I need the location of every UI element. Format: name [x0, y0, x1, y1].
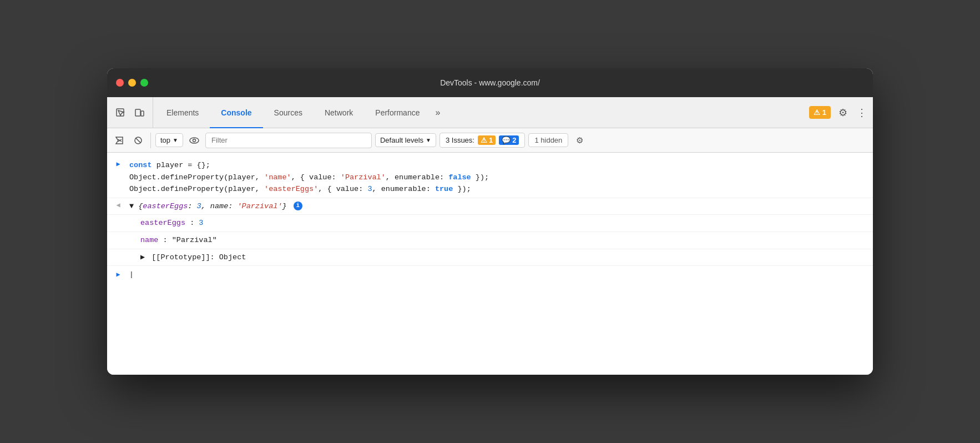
svg-point-9 — [193, 139, 195, 142]
prop-colon-2: : — [163, 236, 172, 244]
code-text-9: }); — [453, 185, 471, 193]
context-selector[interactable]: top ▼ — [155, 133, 183, 147]
key-name: name — [210, 202, 228, 210]
dropdown-arrow-icon: ▼ — [173, 137, 178, 143]
triangle-expand[interactable]: ▼ — [129, 202, 134, 210]
warn-count: 1 — [489, 136, 493, 144]
input-arrow: ▶ — [107, 158, 129, 170]
close-button[interactable] — [116, 79, 124, 87]
warning-icon: ⚠ — [814, 108, 820, 117]
brace-close: } — [282, 202, 286, 210]
clear-icon — [115, 136, 124, 145]
proto-row: ▶ [[Prototype]]: Object — [107, 249, 873, 266]
separator-1 — [150, 133, 151, 148]
proto-triangle[interactable]: ▶ — [140, 253, 145, 261]
code-text-8: , enumerable: — [372, 185, 435, 193]
device-toolbar-button[interactable] — [130, 104, 148, 122]
device-icon — [134, 108, 144, 118]
console-toolbar: top ▼ Default levels ▼ 3 Issues: ⚠ 1 💬 2 — [107, 128, 873, 153]
prop-indent-2 — [107, 233, 129, 234]
maximize-button[interactable] — [140, 79, 148, 87]
prop-key-eastereggs: easterEggs — [140, 219, 185, 227]
minimize-button[interactable] — [128, 79, 136, 87]
obj-preview: {easterEggs: 3, name: 'Parzival'} — [138, 202, 291, 210]
number-3-inline: 3 — [367, 185, 372, 193]
issues-text: 3 Issues: — [446, 136, 474, 144]
colon-1: : — [188, 202, 196, 210]
prop-name-row: name : "Parzival" — [107, 232, 873, 249]
console-settings-button[interactable]: ⚙ — [572, 133, 587, 148]
proto-indent — [107, 250, 129, 251]
more-tabs-button[interactable]: » — [431, 97, 444, 128]
toolbar-right: ⚠ 1 ⚙ ⋮ — [809, 97, 868, 128]
prop-val-parzival: "Parzival" — [172, 236, 217, 244]
inspect-element-button[interactable] — [112, 104, 129, 122]
log-levels-label: Default levels — [380, 136, 423, 144]
code-text-2: Object.defineProperty(player, — [129, 173, 264, 182]
tab-console[interactable]: Console — [210, 98, 262, 128]
console-output-row: ◀ ▼ {easterEggs: 3, name: 'Parzival'} i — [107, 198, 873, 215]
issues-panel[interactable]: 3 Issues: ⚠ 1 💬 2 — [440, 133, 526, 148]
console-input-row: ▶ const player = {}; Object.defineProper… — [107, 157, 873, 198]
tab-sources[interactable]: Sources — [263, 98, 314, 128]
log-levels-arrow-icon: ▼ — [426, 137, 431, 143]
proto-label: [[Prototype]]: Object — [151, 253, 246, 261]
stop-icon — [134, 136, 143, 145]
titlebar: DevTools - www.google.com/ — [107, 68, 873, 97]
gear-icon: ⚙ — [576, 135, 583, 145]
key-eastereggs: easterEggs — [143, 202, 188, 210]
prop-indent-1 — [107, 216, 129, 217]
prompt-cursor: | — [129, 269, 134, 281]
log-levels-selector[interactable]: Default levels ▼ — [375, 133, 436, 147]
toolbar-left — [112, 97, 153, 128]
warning-icon-2: ⚠ — [481, 136, 487, 144]
svg-point-8 — [190, 138, 199, 143]
live-expressions-button[interactable] — [186, 133, 202, 148]
issues-count: 1 — [822, 108, 826, 117]
code-text-1: player = {}; — [156, 161, 210, 169]
prohibit-button[interactable] — [130, 133, 146, 148]
info-badge: 💬 2 — [499, 135, 519, 145]
prompt-arrow: ▶ — [107, 270, 129, 280]
input-content: const player = {}; Object.defineProperty… — [129, 158, 873, 197]
filter-input[interactable] — [205, 133, 372, 148]
keyword-const: const — [129, 161, 152, 169]
settings-button[interactable]: ⚙ — [834, 104, 852, 122]
message-icon: 💬 — [502, 136, 511, 144]
proto-content: ▶ [[Prototype]]: Object — [129, 250, 873, 265]
hidden-count[interactable]: 1 hidden — [528, 133, 568, 147]
clear-console-button[interactable] — [112, 133, 127, 148]
keyword-true: true — [435, 185, 453, 193]
warn-badge: ⚠ 1 — [478, 135, 496, 145]
console-prompt-row[interactable]: ▶ | — [107, 266, 873, 284]
tab-performance[interactable]: Performance — [364, 98, 431, 128]
info-icon[interactable]: i — [294, 202, 302, 210]
tab-elements[interactable]: Elements — [155, 98, 210, 128]
code-text-3: , { value: — [291, 173, 341, 182]
colon-2: : — [228, 202, 237, 210]
keyword-false: false — [448, 173, 471, 182]
val-parzival-inline: 'Parzival' — [237, 202, 282, 210]
window-title: DevTools - www.google.com/ — [440, 78, 540, 87]
console-output: ▶ const player = {}; Object.defineProper… — [107, 153, 873, 375]
string-eastereggs: 'easterEggs' — [264, 185, 318, 193]
prop-key-name: name — [140, 236, 158, 244]
svg-rect-1 — [135, 109, 140, 116]
output-content: ▼ {easterEggs: 3, name: 'Parzival'} i — [129, 199, 873, 214]
code-text-5: }); — [471, 173, 489, 182]
main-toolbar: Elements Console Sources Network Perform… — [107, 97, 873, 128]
code-text-6: Object.defineProperty(player, — [129, 185, 264, 193]
prop-eastereggs-row: easterEggs : 3 — [107, 215, 873, 232]
prop-name-content: name : "Parzival" — [129, 233, 873, 248]
string-name: 'name' — [264, 173, 291, 182]
tabs: Elements Console Sources Network Perform… — [155, 97, 809, 128]
svg-rect-2 — [141, 111, 144, 116]
more-options-button[interactable]: ⋮ — [855, 104, 868, 122]
tab-network[interactable]: Network — [314, 98, 364, 128]
info-count: 2 — [512, 136, 516, 144]
eye-icon — [189, 137, 199, 144]
output-arrow: ◀ — [107, 199, 129, 211]
traffic-lights — [116, 79, 148, 87]
context-label: top — [160, 136, 170, 144]
issues-badge[interactable]: ⚠ 1 — [809, 106, 831, 119]
